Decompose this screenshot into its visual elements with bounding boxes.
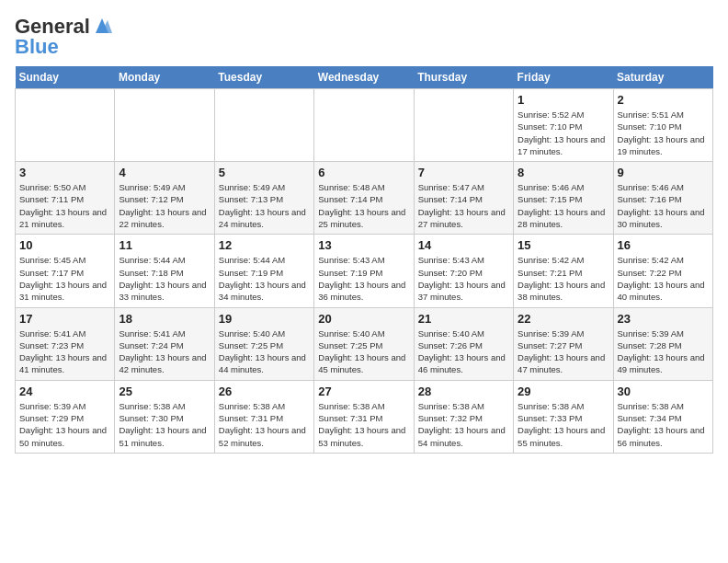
day-header-wednesday: Wednesday: [314, 66, 414, 89]
day-info: Sunrise: 5:42 AM Sunset: 7:21 PM Dayligh…: [518, 254, 609, 303]
calendar-cell: 8Sunrise: 5:46 AM Sunset: 7:15 PM Daylig…: [514, 162, 613, 235]
calendar-cell: 10Sunrise: 5:45 AM Sunset: 7:17 PM Dayli…: [16, 235, 115, 307]
day-number: 23: [618, 312, 709, 326]
day-info: Sunrise: 5:49 AM Sunset: 7:13 PM Dayligh…: [219, 181, 310, 230]
calendar-cell: 28Sunrise: 5:38 AM Sunset: 7:32 PM Dayli…: [414, 380, 513, 453]
calendar-cell: 29Sunrise: 5:38 AM Sunset: 7:33 PM Dayli…: [514, 380, 613, 453]
calendar: SundayMondayTuesdayWednesdayThursdayFrid…: [15, 66, 713, 454]
calendar-week-5: 24Sunrise: 5:39 AM Sunset: 7:29 PM Dayli…: [16, 380, 713, 453]
day-info: Sunrise: 5:50 AM Sunset: 7:11 PM Dayligh…: [19, 181, 110, 230]
logo: General Blue: [15, 15, 112, 59]
day-info: Sunrise: 5:40 AM Sunset: 7:25 PM Dayligh…: [219, 327, 310, 376]
day-info: Sunrise: 5:38 AM Sunset: 7:34 PM Dayligh…: [618, 400, 709, 449]
calendar-cell: 6Sunrise: 5:48 AM Sunset: 7:14 PM Daylig…: [314, 162, 414, 235]
day-info: Sunrise: 5:47 AM Sunset: 7:14 PM Dayligh…: [418, 181, 509, 230]
day-info: Sunrise: 5:43 AM Sunset: 7:19 PM Dayligh…: [318, 254, 409, 303]
day-number: 4: [119, 166, 210, 179]
calendar-cell: 20Sunrise: 5:40 AM Sunset: 7:25 PM Dayli…: [314, 307, 414, 380]
day-number: 22: [518, 312, 609, 326]
day-number: 2: [618, 93, 709, 107]
day-info: Sunrise: 5:41 AM Sunset: 7:23 PM Dayligh…: [19, 327, 110, 376]
calendar-cell: 13Sunrise: 5:43 AM Sunset: 7:19 PM Dayli…: [314, 235, 414, 307]
calendar-cell: 1Sunrise: 5:52 AM Sunset: 7:10 PM Daylig…: [514, 89, 613, 162]
calendar-cell: 2Sunrise: 5:51 AM Sunset: 7:10 PM Daylig…: [613, 89, 712, 162]
day-number: 26: [219, 385, 310, 398]
logo-icon: [92, 17, 112, 35]
day-info: Sunrise: 5:42 AM Sunset: 7:22 PM Dayligh…: [618, 254, 709, 303]
calendar-cell: 30Sunrise: 5:38 AM Sunset: 7:34 PM Dayli…: [613, 380, 712, 453]
day-info: Sunrise: 5:40 AM Sunset: 7:25 PM Dayligh…: [318, 327, 409, 376]
day-number: 10: [19, 238, 110, 252]
day-info: Sunrise: 5:43 AM Sunset: 7:20 PM Dayligh…: [418, 254, 509, 303]
calendar-cell: 16Sunrise: 5:42 AM Sunset: 7:22 PM Dayli…: [613, 235, 712, 307]
calendar-week-1: 1Sunrise: 5:52 AM Sunset: 7:10 PM Daylig…: [16, 89, 713, 162]
calendar-week-4: 17Sunrise: 5:41 AM Sunset: 7:23 PM Dayli…: [16, 307, 713, 380]
day-number: 27: [318, 385, 409, 398]
calendar-cell: 19Sunrise: 5:40 AM Sunset: 7:25 PM Dayli…: [214, 307, 313, 380]
calendar-cell: [414, 89, 513, 162]
day-number: 13: [318, 238, 409, 252]
day-info: Sunrise: 5:41 AM Sunset: 7:24 PM Dayligh…: [119, 327, 210, 376]
day-header-friday: Friday: [514, 66, 613, 89]
header: General Blue: [15, 15, 713, 59]
day-info: Sunrise: 5:46 AM Sunset: 7:16 PM Dayligh…: [618, 181, 709, 230]
calendar-cell: 7Sunrise: 5:47 AM Sunset: 7:14 PM Daylig…: [414, 162, 513, 235]
day-number: 29: [518, 385, 609, 398]
calendar-cell: 24Sunrise: 5:39 AM Sunset: 7:29 PM Dayli…: [16, 380, 115, 453]
calendar-cell: 23Sunrise: 5:39 AM Sunset: 7:28 PM Dayli…: [613, 307, 712, 380]
day-number: 14: [418, 238, 509, 252]
day-info: Sunrise: 5:39 AM Sunset: 7:27 PM Dayligh…: [518, 327, 609, 376]
calendar-header-row: SundayMondayTuesdayWednesdayThursdayFrid…: [16, 66, 713, 89]
day-number: 12: [219, 238, 310, 252]
day-info: Sunrise: 5:38 AM Sunset: 7:33 PM Dayligh…: [518, 400, 609, 449]
day-number: 6: [318, 166, 409, 179]
day-number: 1: [518, 93, 609, 107]
day-number: 11: [119, 238, 210, 252]
calendar-cell: 11Sunrise: 5:44 AM Sunset: 7:18 PM Dayli…: [115, 235, 214, 307]
calendar-cell: 22Sunrise: 5:39 AM Sunset: 7:27 PM Dayli…: [514, 307, 613, 380]
day-number: 18: [119, 312, 210, 326]
day-number: 17: [19, 312, 110, 326]
day-info: Sunrise: 5:44 AM Sunset: 7:18 PM Dayligh…: [119, 254, 210, 303]
day-number: 15: [518, 238, 609, 252]
calendar-cell: 15Sunrise: 5:42 AM Sunset: 7:21 PM Dayli…: [514, 235, 613, 307]
calendar-cell: 27Sunrise: 5:38 AM Sunset: 7:31 PM Dayli…: [314, 380, 414, 453]
day-number: 9: [618, 166, 709, 179]
calendar-cell: 3Sunrise: 5:50 AM Sunset: 7:11 PM Daylig…: [16, 162, 115, 235]
day-number: 16: [618, 238, 709, 252]
calendar-cell: 9Sunrise: 5:46 AM Sunset: 7:16 PM Daylig…: [613, 162, 712, 235]
day-info: Sunrise: 5:38 AM Sunset: 7:31 PM Dayligh…: [219, 400, 310, 449]
calendar-week-3: 10Sunrise: 5:45 AM Sunset: 7:17 PM Dayli…: [16, 235, 713, 307]
day-number: 25: [119, 385, 210, 398]
day-number: 5: [219, 166, 310, 179]
calendar-cell: 25Sunrise: 5:38 AM Sunset: 7:30 PM Dayli…: [115, 380, 214, 453]
calendar-cell: [314, 89, 414, 162]
calendar-cell: [115, 89, 214, 162]
day-number: 19: [219, 312, 310, 326]
day-number: 30: [618, 385, 709, 398]
day-info: Sunrise: 5:45 AM Sunset: 7:17 PM Dayligh…: [19, 254, 110, 303]
day-number: 28: [418, 385, 509, 398]
day-number: 21: [418, 312, 509, 326]
calendar-cell: 5Sunrise: 5:49 AM Sunset: 7:13 PM Daylig…: [214, 162, 313, 235]
day-info: Sunrise: 5:49 AM Sunset: 7:12 PM Dayligh…: [119, 181, 210, 230]
day-number: 20: [318, 312, 409, 326]
calendar-cell: 17Sunrise: 5:41 AM Sunset: 7:23 PM Dayli…: [16, 307, 115, 380]
day-info: Sunrise: 5:48 AM Sunset: 7:14 PM Dayligh…: [318, 181, 409, 230]
day-info: Sunrise: 5:39 AM Sunset: 7:29 PM Dayligh…: [19, 400, 110, 449]
day-info: Sunrise: 5:46 AM Sunset: 7:15 PM Dayligh…: [518, 181, 609, 230]
day-header-sunday: Sunday: [16, 66, 115, 89]
day-info: Sunrise: 5:52 AM Sunset: 7:10 PM Dayligh…: [518, 109, 609, 157]
day-info: Sunrise: 5:38 AM Sunset: 7:32 PM Dayligh…: [418, 400, 509, 449]
calendar-cell: 18Sunrise: 5:41 AM Sunset: 7:24 PM Dayli…: [115, 307, 214, 380]
calendar-cell: 14Sunrise: 5:43 AM Sunset: 7:20 PM Dayli…: [414, 235, 513, 307]
calendar-cell: 12Sunrise: 5:44 AM Sunset: 7:19 PM Dayli…: [214, 235, 313, 307]
calendar-cell: [16, 89, 115, 162]
day-header-monday: Monday: [115, 66, 214, 89]
day-number: 3: [19, 166, 110, 179]
day-info: Sunrise: 5:38 AM Sunset: 7:31 PM Dayligh…: [318, 400, 409, 449]
day-number: 8: [518, 166, 609, 179]
calendar-cell: [214, 89, 313, 162]
day-header-saturday: Saturday: [613, 66, 712, 89]
day-info: Sunrise: 5:38 AM Sunset: 7:30 PM Dayligh…: [119, 400, 210, 449]
